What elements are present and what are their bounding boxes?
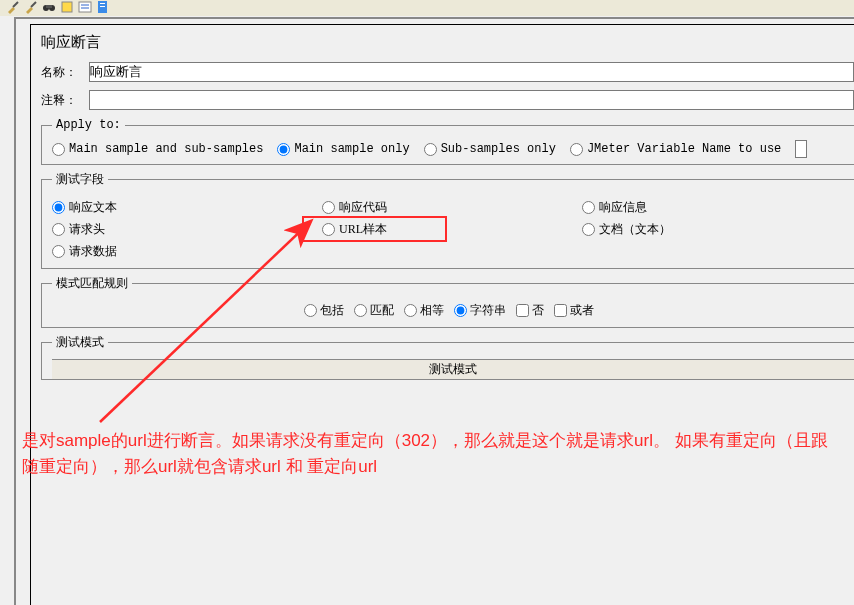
pr-substring-radio[interactable]: [454, 304, 467, 317]
svg-line-0: [13, 2, 18, 7]
test-field-fieldset: 测试字段 响应文本 响应代码 响应信息 请求头 URL样本: [41, 171, 854, 269]
toolbar-icon-broom-2[interactable]: [24, 0, 38, 14]
pr-not-check[interactable]: [516, 304, 529, 317]
apply-jmeter-var[interactable]: JMeter Variable Name to use: [570, 142, 781, 156]
pr-equals[interactable]: 相等: [404, 302, 444, 319]
toolbar-icon-note[interactable]: [60, 0, 74, 14]
apply-jmeter-var-radio[interactable]: [570, 143, 583, 156]
test-mode-fieldset: 测试模式 测试模式: [41, 334, 854, 380]
svg-rect-10: [100, 3, 105, 4]
toolbar-icon-broom[interactable]: [6, 0, 20, 14]
toolbar-icon-binoculars[interactable]: [42, 0, 56, 14]
toolbar-icon-doc[interactable]: [96, 0, 110, 14]
assertion-panel: 响应断言 名称： 注释： Apply to: Main sample and s…: [30, 24, 854, 605]
pr-matches-radio[interactable]: [354, 304, 367, 317]
tf-resp-code[interactable]: 响应代码: [322, 199, 582, 216]
toolbar: [0, 0, 854, 16]
comment-row: 注释：: [41, 90, 854, 110]
tf-req-data[interactable]: 请求数据: [52, 243, 322, 260]
apply-main-sub[interactable]: Main sample and sub-samples: [52, 142, 263, 156]
pr-not[interactable]: 否: [516, 302, 544, 319]
pattern-rules-legend: 模式匹配规则: [52, 275, 132, 292]
svg-line-1: [31, 2, 36, 7]
toolbar-icon-list[interactable]: [78, 0, 92, 14]
page-title: 响应断言: [41, 33, 854, 52]
tf-resp-code-radio[interactable]: [322, 201, 335, 214]
tf-url-sample-radio[interactable]: [322, 223, 335, 236]
name-row: 名称：: [41, 62, 854, 82]
tf-req-head[interactable]: 请求头: [52, 221, 322, 238]
pr-contains-radio[interactable]: [304, 304, 317, 317]
apply-sub-only[interactable]: Sub-samples only: [424, 142, 556, 156]
apply-main-sub-radio[interactable]: [52, 143, 65, 156]
apply-sub-only-radio[interactable]: [424, 143, 437, 156]
svg-rect-6: [79, 2, 91, 12]
test-mode-legend: 测试模式: [52, 334, 108, 351]
tf-req-head-radio[interactable]: [52, 223, 65, 236]
test-mode-table-header: 测试模式: [52, 359, 854, 379]
pr-or[interactable]: 或者: [554, 302, 594, 319]
comment-label: 注释：: [41, 92, 89, 109]
tf-doc-text[interactable]: 文档（文本）: [582, 221, 846, 238]
tf-req-data-radio[interactable]: [52, 245, 65, 258]
annotation-text: 是对sample的url进行断言。如果请求没有重定向（302），那么就是这个就是…: [22, 428, 834, 479]
apply-main-only[interactable]: Main sample only: [277, 142, 409, 156]
svg-rect-11: [100, 6, 105, 7]
pr-contains[interactable]: 包括: [304, 302, 344, 319]
tf-url-sample[interactable]: URL样本: [322, 221, 582, 238]
tf-resp-text[interactable]: 响应文本: [52, 199, 322, 216]
pr-substring[interactable]: 字符串: [454, 302, 506, 319]
tf-resp-text-radio[interactable]: [52, 201, 65, 214]
name-input[interactable]: [89, 62, 854, 82]
apply-to-legend: Apply to:: [52, 118, 125, 132]
pr-matches[interactable]: 匹配: [354, 302, 394, 319]
pr-or-check[interactable]: [554, 304, 567, 317]
test-field-legend: 测试字段: [52, 171, 108, 188]
name-label: 名称：: [41, 64, 89, 81]
pr-equals-radio[interactable]: [404, 304, 417, 317]
apply-to-fieldset: Apply to: Main sample and sub-samples Ma…: [41, 118, 854, 165]
svg-rect-4: [46, 5, 52, 8]
tf-resp-info-radio[interactable]: [582, 201, 595, 214]
tf-doc-text-radio[interactable]: [582, 223, 595, 236]
tf-resp-info[interactable]: 响应信息: [582, 199, 846, 216]
comment-input[interactable]: [89, 90, 854, 110]
jmeter-var-input[interactable]: [795, 140, 807, 158]
apply-main-only-radio[interactable]: [277, 143, 290, 156]
svg-rect-5: [62, 2, 72, 12]
pattern-rules-fieldset: 模式匹配规则 包括 匹配 相等 字符串 否: [41, 275, 854, 328]
